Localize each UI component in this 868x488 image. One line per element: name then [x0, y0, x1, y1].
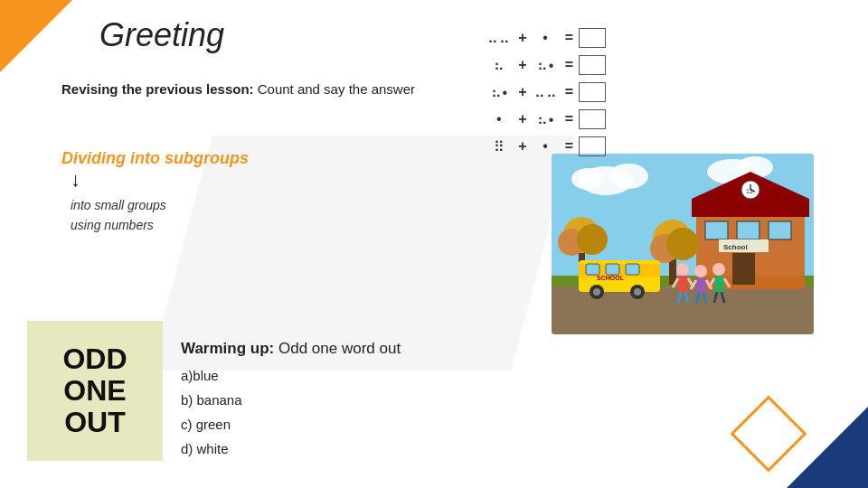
warming-title: Warming up: Odd one word out — [181, 340, 401, 358]
triangle-bottom-right-decoration — [787, 407, 868, 488]
svg-rect-14 — [732, 253, 755, 285]
down-arrow-icon: ↓ — [71, 168, 249, 192]
dividing-section: Dividing into subgroups ↓ into small gro… — [61, 149, 249, 236]
operator-4: + — [518, 111, 526, 127]
answer-box-3[interactable] — [579, 82, 606, 102]
odd-line-2: ONE — [62, 375, 127, 407]
dots-row-3: ⠦• + ⠤⠤ = — [486, 81, 606, 103]
dividing-line2: using numbers — [71, 218, 154, 232]
svg-point-51 — [712, 263, 725, 276]
school-image: 12 School SCHOOL — [552, 154, 814, 334]
revising-text: Count and say the answer — [254, 81, 415, 97]
svg-point-39 — [676, 263, 689, 276]
option-c: c) green — [181, 412, 401, 436]
svg-point-45 — [694, 265, 707, 277]
dividing-line1: into small groups — [71, 198, 166, 212]
svg-point-24 — [666, 228, 699, 260]
revising-section: Revising the previous lesson: Count and … — [61, 81, 415, 97]
dice-left-5: ⠿ — [486, 136, 513, 157]
svg-rect-12 — [737, 221, 760, 239]
svg-point-3 — [571, 168, 604, 190]
dice-left-3: ⠦• — [486, 81, 513, 103]
triangle-top-left-decoration — [0, 0, 72, 72]
option-a: a)blue — [181, 363, 401, 388]
equals-3: = — [565, 84, 573, 100]
dots-row-4: • + ⠦• = — [486, 108, 606, 130]
option-b: b) banana — [181, 388, 401, 412]
svg-rect-31 — [586, 264, 599, 275]
svg-point-35 — [593, 288, 600, 296]
equals-1: = — [565, 30, 573, 46]
answer-box-4[interactable] — [579, 109, 606, 129]
warming-up-section: Warming up: Odd one word out a)blue b) b… — [181, 340, 401, 461]
operator-1: + — [518, 30, 526, 46]
dice-right-2: ⠦• — [533, 54, 560, 76]
svg-rect-52 — [714, 276, 724, 292]
svg-rect-46 — [696, 277, 706, 293]
svg-point-37 — [634, 288, 641, 296]
dots-addition-table: ⠤⠤ + • = ⠦ + ⠦• = ⠦• + ⠤⠤ = • + ⠦• = ⠿ +… — [486, 27, 606, 163]
answer-box-5[interactable] — [579, 136, 606, 156]
dividing-title: Dividing into subgroups — [61, 149, 249, 168]
dividing-text: into small groups using numbers — [71, 195, 249, 236]
odd-line-3: OUT — [62, 407, 127, 438]
dots-row-5: ⠿ + • = — [486, 136, 606, 157]
svg-rect-9 — [692, 199, 809, 217]
svg-rect-13 — [769, 221, 791, 239]
svg-point-2 — [609, 164, 648, 189]
operator-3: + — [518, 84, 526, 100]
dice-left-4: • — [486, 108, 513, 130]
dice-right-5: • — [533, 136, 560, 157]
svg-text:12: 12 — [746, 188, 753, 194]
diamond-decoration — [731, 396, 807, 473]
svg-text:School: School — [723, 243, 748, 251]
dice-right-3: ⠤⠤ — [533, 81, 560, 103]
page-title: Greeting — [99, 16, 224, 54]
revising-label: Revising the previous lesson: — [61, 81, 254, 97]
svg-rect-32 — [606, 264, 619, 275]
equals-5: = — [565, 138, 573, 155]
svg-point-28 — [577, 224, 608, 255]
dice-left-1: ⠤⠤ — [486, 27, 513, 49]
answer-box-2[interactable] — [579, 55, 606, 75]
odd-one-out-box: ODD ONE OUT — [27, 321, 163, 461]
dice-right-1: • — [533, 27, 560, 49]
svg-rect-33 — [626, 264, 639, 275]
odd-line-1: ODD — [62, 343, 127, 375]
warming-label: Warming up: — [181, 340, 274, 357]
dots-row-1: ⠤⠤ + • = — [486, 27, 606, 49]
dice-right-4: ⠦• — [533, 108, 560, 130]
svg-rect-40 — [678, 276, 688, 292]
equals-4: = — [565, 111, 573, 127]
odd-text: ODD ONE OUT — [62, 343, 127, 439]
option-d: d) white — [181, 436, 401, 461]
svg-rect-11 — [705, 221, 728, 239]
warming-text: Odd one word out — [274, 340, 401, 357]
answer-box-1[interactable] — [579, 28, 606, 48]
svg-text:SCHOOL: SCHOOL — [597, 275, 625, 281]
equals-2: = — [565, 57, 573, 73]
dice-left-2: ⠦ — [486, 54, 513, 76]
operator-2: + — [518, 57, 526, 73]
operator-5: + — [518, 138, 526, 155]
warming-options: a)blue b) banana c) green d) white — [181, 363, 401, 461]
dots-row-2: ⠦ + ⠦• = — [486, 54, 606, 76]
